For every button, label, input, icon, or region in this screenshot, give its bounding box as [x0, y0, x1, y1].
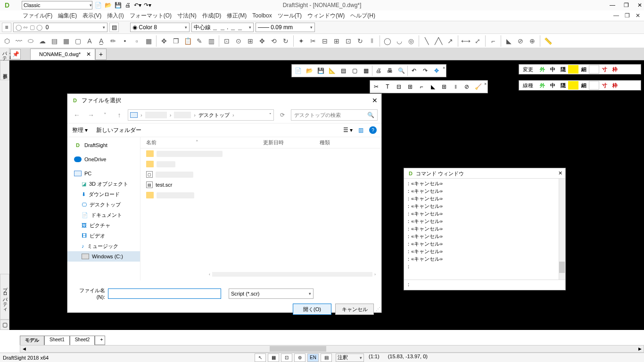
- join-icon[interactable]: ⊕: [527, 36, 537, 46]
- tree-item[interactable]: PC: [67, 168, 140, 179]
- region-icon[interactable]: ▢: [73, 36, 83, 46]
- layer-btn[interactable]: 隠: [558, 81, 568, 90]
- menu-tools[interactable]: ツール(T): [278, 12, 302, 20]
- extend-icon[interactable]: ⊟: [394, 82, 404, 92]
- window-icon[interactable]: ▢: [349, 66, 360, 76]
- layer-btn[interactable]: [568, 65, 578, 74]
- tree-item[interactable]: DDraftSight: [67, 140, 140, 150]
- nav-back-button[interactable]: ←: [71, 109, 83, 121]
- dimension-aligned-icon[interactable]: ⤢: [472, 36, 483, 46]
- preview-icon[interactable]: 🖶: [385, 66, 395, 76]
- chamfer-icon[interactable]: ◣: [504, 36, 514, 46]
- list-header[interactable]: 名前 ˄ 更新日時 種類: [140, 137, 381, 148]
- workspace-select[interactable]: Classic▾: [22, 1, 92, 9]
- menu-view[interactable]: 表示(V): [83, 12, 101, 20]
- organize-menu[interactable]: 整理 ▾: [72, 126, 88, 134]
- command-window-title[interactable]: D コマンド ウィンドウ ✕: [404, 168, 565, 179]
- break-icon[interactable]: ⊘: [515, 36, 526, 46]
- zoom-extents-icon[interactable]: ⊞: [245, 36, 256, 46]
- line-icon[interactable]: ╲: [421, 36, 432, 46]
- chamfer-icon[interactable]: ◣: [428, 82, 438, 92]
- cut-icon[interactable]: ✂: [371, 82, 381, 92]
- xline-icon[interactable]: ↗: [445, 36, 455, 46]
- tree-item[interactable]: ⬇ダウンロード: [67, 189, 140, 199]
- cancel-button[interactable]: キャンセル: [335, 304, 374, 315]
- fillet-icon[interactable]: ⌐: [488, 36, 498, 46]
- filename-input[interactable]: [108, 288, 221, 299]
- ortho-icon[interactable]: ⊚: [294, 354, 305, 362]
- nav-forward-button[interactable]: →: [85, 109, 97, 121]
- block-icon[interactable]: ▫: [132, 36, 142, 46]
- sheet-tab[interactable]: Sheet1: [44, 336, 70, 345]
- redo-icon[interactable]: ↷: [420, 66, 430, 76]
- dimension-linear-icon[interactable]: ⟷: [461, 36, 471, 46]
- zoom-window-icon[interactable]: ⊡: [222, 36, 232, 46]
- file-filter-select[interactable]: Script (*.scr)▾: [229, 288, 314, 299]
- list-row[interactable]: [140, 148, 381, 159]
- menu-toolbox[interactable]: Toolbox: [252, 12, 272, 19]
- search-icon[interactable]: 🔍: [367, 112, 374, 118]
- find-icon[interactable]: 🔍: [396, 66, 406, 76]
- layer-btn[interactable]: 枠: [610, 81, 620, 90]
- pan-icon[interactable]: ✥: [431, 66, 442, 76]
- print-icon[interactable]: 🖨: [124, 1, 132, 9]
- layer-properties-icon[interactable]: ▤: [109, 23, 119, 32]
- redo-icon[interactable]: ↷▾: [143, 1, 152, 9]
- break-icon[interactable]: ⊘: [462, 82, 472, 92]
- command-window[interactable]: D コマンド ウィンドウ ✕ ：«キャンセル» ：«キャンセル» ：«キャンセル…: [404, 168, 566, 290]
- tree-item[interactable]: ♪ミュージック: [67, 241, 140, 251]
- circle-icon[interactable]: ◯: [382, 36, 393, 46]
- extend-icon[interactable]: ⊟: [320, 36, 330, 46]
- table-icon[interactable]: ▦: [143, 36, 154, 46]
- floating-toolbar-2[interactable]: ✂ T ⊟ ⊞ ⌐ ◣ ⊞ ⫴ ⊘ 🧹 ×: [370, 80, 488, 93]
- dialog-titlebar[interactable]: Dファイルを選択 ✕: [67, 94, 381, 107]
- tree-item[interactable]: OneDrive: [67, 154, 140, 165]
- layer-btn[interactable]: 中: [547, 65, 558, 74]
- maximize-button[interactable]: ❐: [624, 2, 629, 8]
- toolbar-close-icon[interactable]: ×: [443, 66, 445, 76]
- open-icon[interactable]: 📂: [104, 1, 112, 9]
- polyline-icon[interactable]: ╱╲: [433, 36, 444, 46]
- menu-file[interactable]: ファイル(F): [23, 12, 52, 20]
- array-icon[interactable]: ⊞: [439, 82, 449, 92]
- mirror-icon[interactable]: ▥: [206, 36, 216, 46]
- sheet-tab[interactable]: Sheet2: [70, 336, 95, 345]
- view-menu[interactable]: ☰ ▾: [343, 127, 353, 133]
- tree-item[interactable]: 🎞ビデオ: [67, 230, 140, 241]
- menu-draw[interactable]: 作成(D): [202, 12, 222, 20]
- paste-icon[interactable]: 📋: [182, 36, 193, 46]
- measure-icon[interactable]: 📏: [543, 36, 553, 46]
- layer-btn[interactable]: 中: [547, 81, 558, 90]
- list-row[interactable]: [140, 159, 381, 169]
- wipeout-icon[interactable]: ✏: [108, 36, 118, 46]
- stretch-icon[interactable]: ⊞: [331, 36, 342, 46]
- move-icon[interactable]: ✥: [159, 36, 169, 46]
- properties-panel-tab[interactable]: プロパティ: [0, 48, 9, 60]
- trim-icon[interactable]: ✂: [308, 36, 318, 46]
- scale-icon[interactable]: ⊡: [343, 36, 354, 46]
- layer-btn[interactable]: 細: [578, 65, 589, 74]
- tree-item[interactable]: Windows (C:): [67, 251, 140, 262]
- arc-icon[interactable]: ◡: [394, 36, 405, 46]
- child-close-button[interactable]: ✕: [636, 12, 640, 19]
- offset-icon[interactable]: ⫴: [367, 36, 377, 46]
- add-tab-button[interactable]: +: [95, 49, 107, 60]
- annotation-scale-select[interactable]: 注釈▾: [336, 354, 364, 362]
- layer-btn[interactable]: 寸: [599, 81, 610, 90]
- refresh-button[interactable]: ⟳: [277, 109, 288, 121]
- open-button[interactable]: 開く(O): [293, 304, 331, 315]
- trim-icon[interactable]: T: [382, 82, 393, 92]
- layer-btn[interactable]: 隠: [558, 65, 568, 74]
- stretch-icon[interactable]: ⊞: [405, 82, 415, 92]
- osnap-icon[interactable]: ▤: [321, 354, 332, 362]
- tree-item[interactable]: 🖼ピクチャ: [67, 220, 140, 230]
- erase-icon[interactable]: 🧹: [473, 82, 483, 92]
- tree-item[interactable]: ◪3D オブジェクト: [67, 179, 140, 189]
- scrollbar[interactable]: [559, 179, 565, 280]
- list-row[interactable]: ▤test.scr: [140, 180, 381, 190]
- linetype-select[interactable]: 中心線 ＿ ＿ . ＿ ＿▾: [191, 23, 254, 32]
- cursor-mode-icon[interactable]: ↖: [255, 354, 266, 362]
- rotate-icon[interactable]: ↻: [355, 36, 365, 46]
- menu-dimension[interactable]: 寸法(N): [177, 12, 197, 20]
- pin-icon-2[interactable]: ▢: [0, 320, 9, 330]
